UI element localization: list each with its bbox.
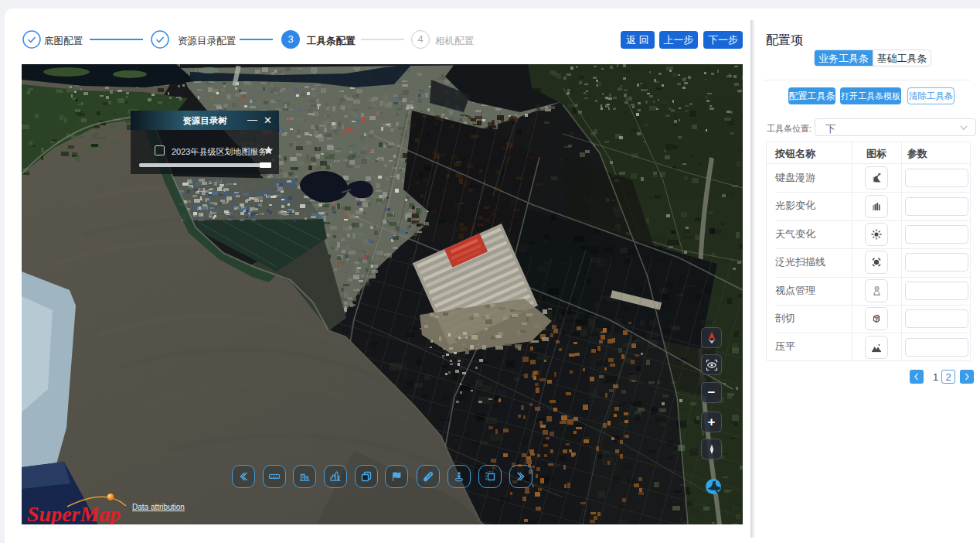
svg-text:SuperMap: SuperMap: [27, 502, 121, 524]
